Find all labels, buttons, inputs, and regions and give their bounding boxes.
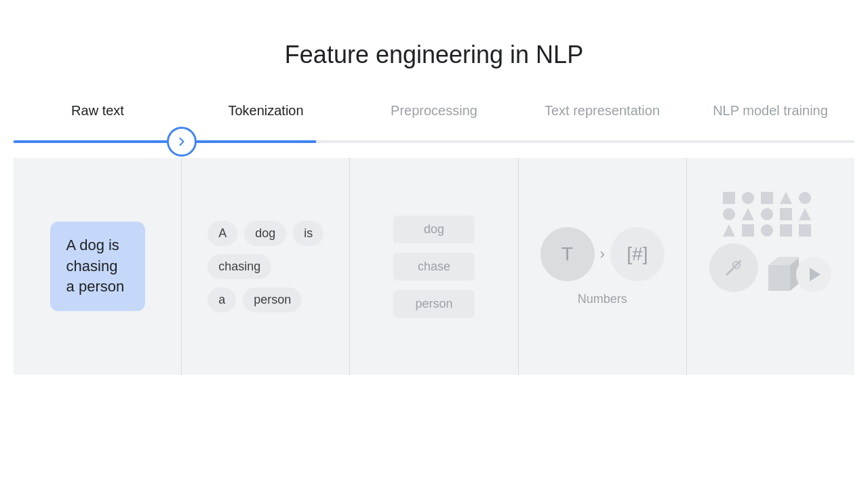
header-raw-text: Raw text — [14, 103, 182, 125]
preprocess-person: person — [393, 290, 475, 318]
progress-bar-fill — [14, 140, 316, 143]
raw-text-box: A dog is chasing a person — [50, 222, 145, 311]
header-preprocessing: Preprocessing — [350, 103, 518, 125]
tokens-layout: A dog is chasing a person — [208, 221, 323, 312]
token-is: is — [293, 221, 323, 246]
token-person: person — [243, 287, 302, 312]
shape-circle-4 — [761, 208, 773, 220]
tokens-row-2: chasing — [208, 254, 271, 279]
circle-hash: [#] — [610, 227, 665, 281]
shape-circle-1 — [742, 192, 754, 204]
preprocess-dog: dog — [393, 216, 475, 243]
panel-raw-text: A dog is chasing a person — [14, 158, 182, 375]
header-text-representation: Text representation — [518, 103, 686, 125]
box-3d — [765, 251, 799, 292]
token-chasing: chasing — [208, 254, 271, 279]
arrow-right-icon: › — [600, 245, 605, 263]
token-dog: dog — [244, 221, 286, 246]
shape-triangle-4 — [723, 224, 735, 237]
play-circle — [796, 257, 831, 292]
panel-tokenization: A dog is chasing a person — [182, 158, 350, 375]
tools-circle — [709, 243, 758, 292]
pipeline-panels: A dog is chasing a person A dog is chasi… — [14, 158, 854, 375]
progress-chevron — [167, 127, 197, 157]
shape-triangle-2 — [742, 208, 754, 220]
shape-circle-5 — [761, 224, 773, 237]
shape-square-3 — [780, 208, 792, 220]
shape-square-5 — [780, 224, 792, 237]
circles-row: T › [#] — [540, 227, 665, 281]
text-rep-content: T › [#] Numbers — [540, 227, 665, 306]
token-A: A — [208, 221, 237, 246]
panel-text-representation: T › [#] Numbers — [519, 158, 687, 375]
panel-nlp-model — [687, 158, 854, 375]
numbers-label: Numbers — [578, 292, 627, 306]
svg-line-1 — [727, 270, 731, 274]
token-a: a — [208, 287, 236, 312]
shape-circle-3 — [723, 208, 735, 220]
pipeline-container: Raw text Tokenization Preprocessing Text… — [14, 103, 854, 375]
preprocess-chase: chase — [393, 253, 475, 281]
shape-square-1 — [723, 192, 735, 204]
header-nlp-model: NLP model training — [686, 103, 854, 125]
play-icon — [810, 268, 821, 281]
tokens-row-3: a person — [208, 287, 302, 312]
circle-T: T — [540, 227, 595, 281]
preprocessing-words: dog chase person — [393, 216, 475, 318]
header-tokenization: Tokenization — [182, 103, 350, 125]
shape-circle-2 — [799, 192, 811, 204]
model-illustration — [709, 192, 831, 341]
shape-triangle-3 — [799, 208, 811, 220]
shape-triangle-1 — [780, 192, 792, 204]
svg-rect-3 — [768, 265, 790, 291]
page-title: Feature engineering in NLP — [285, 41, 583, 69]
shape-square-6 — [799, 224, 811, 237]
tokens-row-1: A dog is — [208, 221, 323, 246]
shape-square-4 — [742, 224, 754, 237]
panel-preprocessing: dog chase person — [350, 158, 518, 375]
progress-row — [14, 125, 854, 158]
pipeline-headers: Raw text Tokenization Preprocessing Text… — [14, 103, 854, 125]
shape-square-2 — [761, 192, 773, 204]
